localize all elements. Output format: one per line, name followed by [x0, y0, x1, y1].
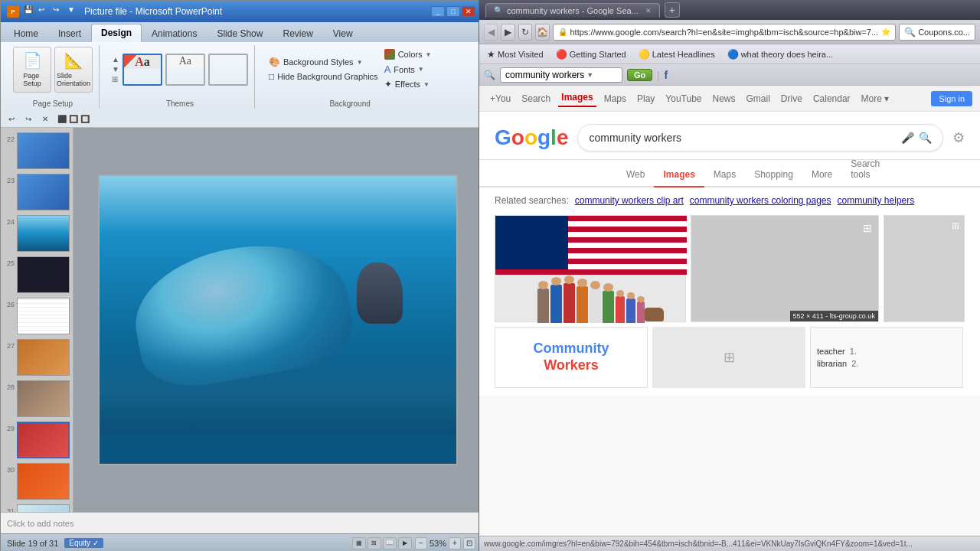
slide-img-26[interactable] — [17, 298, 70, 334]
theme-item-1[interactable]: Aa — [122, 54, 162, 86]
search-tab-more[interactable]: More — [802, 163, 841, 187]
back-btn[interactable]: ◀ — [484, 24, 498, 41]
colors-option[interactable]: Colors ▼ — [383, 48, 433, 60]
bookmark-getting-started[interactable]: 🔴 Getting Started — [553, 47, 629, 61]
related-coloring-pages[interactable]: community workers coloring pages — [690, 195, 831, 206]
slide-thumb-28[interactable]: 28 — [2, 379, 71, 419]
themes-down-btn[interactable]: ▼ — [112, 65, 119, 73]
tab-home[interactable]: Home — [4, 24, 48, 42]
active-slide[interactable] — [98, 174, 458, 465]
theme-item-2[interactable]: Aa — [165, 54, 205, 86]
related-helpers[interactable]: community helpers — [838, 195, 915, 206]
search-tab-web[interactable]: Web — [617, 163, 654, 187]
gnav-you[interactable]: +You — [487, 92, 514, 106]
browser-search-box[interactable]: 🔍 Coupons.co... — [899, 24, 975, 41]
slide-img-27[interactable] — [17, 339, 70, 376]
bookmark-most-visited[interactable]: ★ Most Visited — [484, 47, 547, 61]
slide-img-29[interactable] — [17, 422, 70, 458]
google-search-submit-icon[interactable]: 🔍 — [919, 132, 932, 144]
maximize-btn[interactable]: □ — [446, 6, 460, 17]
google-search-box[interactable]: community workers 🎤 🔍 — [577, 124, 943, 152]
slide-thumb-22[interactable]: 22 — [2, 131, 71, 171]
firefox-tab[interactable]: 🔍 community workers - Google Sea... ✕ — [485, 3, 660, 18]
slide-orientation-button[interactable]: 📐 SlideOrientation — [54, 47, 93, 93]
slide-thumb-24[interactable]: 24 — [2, 214, 71, 253]
save-quick-btn[interactable]: 💾 — [24, 5, 36, 18]
notes-bar[interactable]: Click to add notes — [1, 512, 482, 533]
fit-slide-btn[interactable]: ⊡ — [463, 537, 475, 549]
fonts-option[interactable]: A Fonts ▼ — [383, 63, 433, 76]
home-btn[interactable]: 🏠 — [535, 24, 549, 41]
normal-view-btn[interactable]: ▦ — [352, 537, 366, 549]
slide-sorter-btn[interactable]: ⊞ — [368, 537, 381, 549]
image-result-2[interactable]: 552 × 411 - lts-group.co.uk ⊞ — [691, 215, 879, 322]
gnav-calendar[interactable]: Calendar — [810, 92, 854, 106]
zoom-in-btn[interactable]: + — [449, 537, 461, 549]
toolbar-redo[interactable]: ↪ — [21, 112, 36, 126]
related-clip-art[interactable]: community workers clip art — [575, 195, 684, 206]
tab-insert[interactable]: Insert — [48, 24, 91, 42]
theme-badge[interactable]: Equity ✓ — [64, 538, 103, 548]
google-mic-icon[interactable]: 🎤 — [901, 132, 914, 144]
slide-img-24[interactable] — [17, 215, 70, 252]
gnav-search[interactable]: Search — [518, 92, 554, 106]
toolbar-close[interactable]: ✕ — [38, 112, 53, 126]
gnav-news[interactable]: News — [710, 92, 739, 106]
text-list-result[interactable]: teacher 1. librarian 2. — [810, 327, 963, 388]
slide-thumb-27[interactable]: 27 — [2, 337, 71, 377]
slide-img-25[interactable] — [17, 256, 70, 293]
slide-thumb-29[interactable]: 29 — [2, 420, 71, 460]
slide-thumb-26[interactable]: 26 — [2, 296, 71, 336]
gnav-play[interactable]: Play — [634, 92, 658, 106]
slide-thumb-25[interactable]: 25 — [2, 255, 71, 295]
effects-option[interactable]: ✦ Effects ▼ — [383, 78, 433, 90]
search-tools-tab[interactable]: Search tools — [841, 152, 889, 187]
loading-result[interactable]: ⊞ — [652, 327, 805, 388]
slide-img-30[interactable] — [17, 463, 70, 500]
forward-btn[interactable]: ▶ — [501, 24, 514, 41]
slide-img-28[interactable] — [17, 380, 70, 417]
go-search-box[interactable]: community workers ▼ — [500, 67, 622, 83]
sign-in-btn[interactable]: Sign in — [931, 91, 972, 106]
gnav-more[interactable]: More ▾ — [858, 92, 893, 106]
search-tab-images[interactable]: Images — [654, 163, 704, 187]
hide-bg-option[interactable]: □ Hide Background Graphics — [267, 70, 380, 83]
gnav-images[interactable]: Images — [558, 90, 596, 107]
bookmark-theory[interactable]: 🔵 what theory does heira... — [724, 47, 836, 61]
theme-item-3[interactable] — [208, 54, 248, 86]
background-styles-option[interactable]: 🎨 Background Styles ▼ — [267, 56, 380, 68]
themes-more-btn[interactable]: ⊞ — [112, 75, 119, 83]
tab-slideshow[interactable]: Slide Show — [207, 24, 273, 42]
gnav-drive[interactable]: Drive — [778, 92, 805, 106]
bookmark-latest-headlines[interactable]: 🟡 Latest Headlines — [635, 47, 718, 61]
slide-img-31[interactable] — [17, 504, 70, 512]
new-tab-btn[interactable]: + — [665, 2, 680, 18]
tab-animations[interactable]: Animations — [142, 24, 207, 42]
slideshow-btn[interactable]: ▶ — [398, 537, 412, 549]
tab-review[interactable]: Review — [273, 24, 322, 42]
slide-img-23[interactable] — [17, 174, 70, 210]
image-result-3[interactable]: ⊞ — [884, 215, 965, 322]
minimize-btn[interactable]: _ — [431, 6, 445, 17]
google-settings-icon[interactable]: ⚙ — [952, 129, 965, 146]
undo-quick-btn[interactable]: ↩ — [38, 5, 51, 18]
reload-btn[interactable]: ↻ — [518, 24, 532, 41]
slide-thumb-23[interactable]: 23 — [2, 172, 71, 212]
search-tab-shopping[interactable]: Shopping — [745, 163, 802, 187]
tab-design[interactable]: Design — [91, 24, 142, 42]
search-tab-maps[interactable]: Maps — [704, 163, 745, 187]
slide-thumb-31[interactable]: 31 — [2, 503, 71, 512]
redo-quick-btn[interactable]: ↪ — [53, 5, 65, 18]
go-button[interactable]: Go — [627, 69, 652, 81]
customize-quick-btn[interactable]: ▼ — [67, 5, 80, 18]
close-btn[interactable]: ✕ — [462, 6, 475, 17]
slide-thumb-30[interactable]: 30 — [2, 461, 71, 501]
go-facebook-icon[interactable]: f — [664, 69, 668, 81]
image-result-1[interactable] — [495, 215, 686, 322]
google-search-input[interactable]: community workers — [589, 132, 901, 144]
slide-panel[interactable]: 22 23 24 25 26 27 — [1, 128, 74, 512]
page-setup-button[interactable]: 📄 PageSetup — [13, 47, 51, 93]
address-bar[interactable]: 🔒 https://www.google.com/search?hl=en&si… — [553, 24, 897, 41]
tab-view[interactable]: View — [323, 24, 363, 42]
cw-text-result[interactable]: Community Workers — [495, 327, 648, 388]
